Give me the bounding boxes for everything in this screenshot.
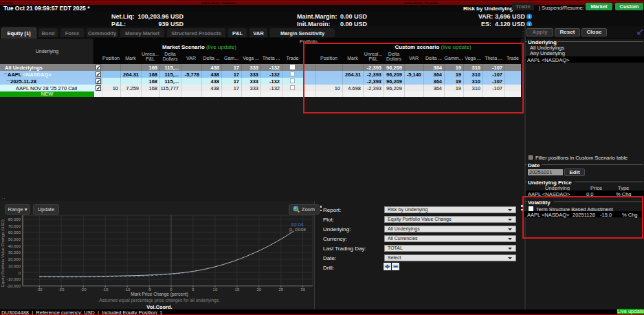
svg-text:-20,000: -20,000 <box>7 284 21 288</box>
svg-text:10,000: 10,000 <box>8 264 21 268</box>
svg-text:0: 0 <box>19 271 21 275</box>
svg-text:80,000: 80,000 <box>8 217 21 221</box>
svg-text:-10,000: -10,000 <box>7 277 21 281</box>
svg-text:70,000: 70,000 <box>8 224 21 228</box>
svg-text:20,000: 20,000 <box>8 257 21 261</box>
svg-text:40,000: 40,000 <box>8 244 21 248</box>
svg-text:50,000: 50,000 <box>8 237 21 241</box>
svg-text:p. close: p. close <box>289 227 306 232</box>
svg-text:30,000: 30,000 <box>8 250 21 254</box>
svg-text:60,000: 60,000 <box>8 230 21 235</box>
